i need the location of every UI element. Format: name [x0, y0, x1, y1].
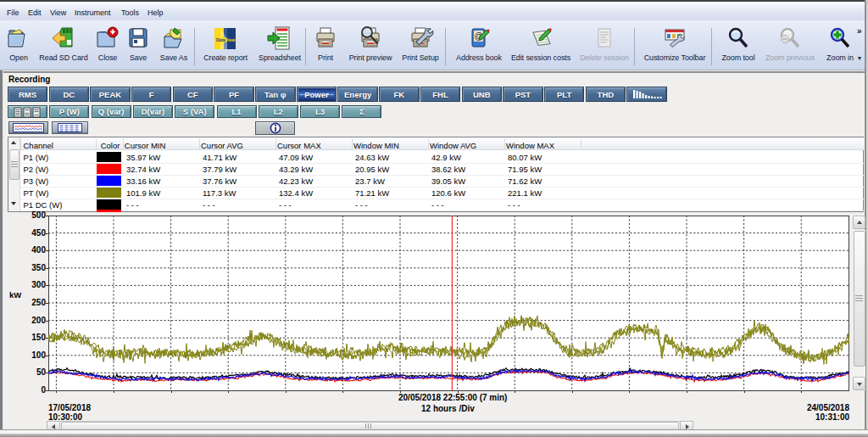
svg-text:Data: Data	[216, 37, 225, 42]
